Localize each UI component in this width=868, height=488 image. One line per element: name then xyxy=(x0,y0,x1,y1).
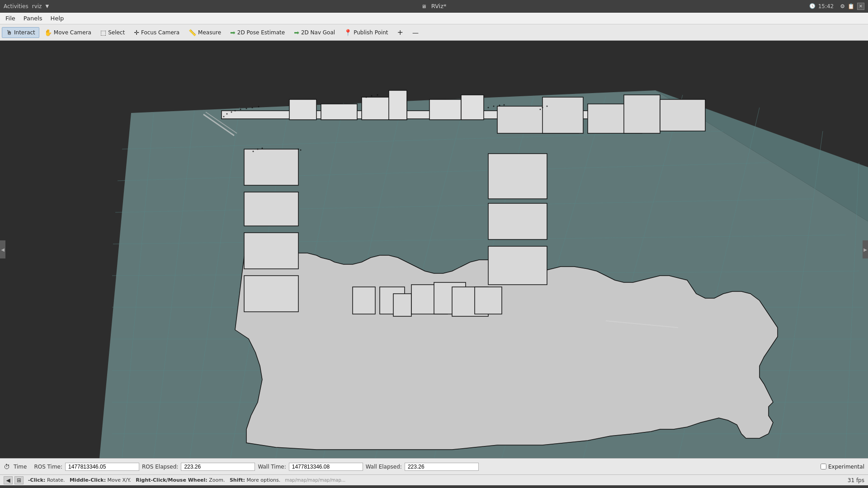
experimental-checkbox-input[interactable] xyxy=(821,464,826,469)
menu-panels[interactable]: Panels xyxy=(20,14,46,23)
measure-label: Measure xyxy=(198,29,221,36)
interact-icon: 🖱 xyxy=(6,29,12,36)
svg-rect-35 xyxy=(488,154,547,199)
svg-rect-33 xyxy=(429,99,461,120)
svg-rect-37 xyxy=(488,246,547,285)
svg-rect-47 xyxy=(353,287,375,314)
titlebar-left: Activities rviz ▼ xyxy=(4,3,49,9)
experimental-toggle[interactable]: Experimental xyxy=(821,464,864,470)
svg-rect-29 xyxy=(289,99,316,120)
svg-point-74 xyxy=(540,109,541,110)
svg-point-66 xyxy=(366,97,367,98)
interact-button[interactable]: 🖱 Interact xyxy=(2,27,39,38)
svg-point-59 xyxy=(246,108,247,109)
measure-icon: 📏 xyxy=(189,29,196,36)
wall-elapsed-label: Wall Elapsed: xyxy=(366,464,402,470)
select-icon: ⬚ xyxy=(100,29,106,36)
nav-back-button[interactable]: ◀ xyxy=(4,476,13,484)
hint-nav: ◀ ⊞ xyxy=(4,476,24,484)
time-display: 15:42 xyxy=(818,3,834,9)
select-button[interactable]: ⬚ Select xyxy=(96,27,129,38)
add-tool-button[interactable]: + xyxy=(393,26,407,38)
activities-label[interactable]: Activities xyxy=(4,3,28,9)
fps-display: 31 fps xyxy=(848,477,864,483)
ros-elapsed-value[interactable] xyxy=(181,463,255,471)
experimental-label: Experimental xyxy=(828,464,864,470)
measure-button[interactable]: 📏 Measure xyxy=(184,27,225,38)
svg-rect-45 xyxy=(244,233,298,269)
focus-camera-label: Focus Camera xyxy=(141,29,179,36)
svg-rect-36 xyxy=(488,203,547,239)
wall-elapsed-value[interactable] xyxy=(405,463,479,471)
right-panel-toggle[interactable]: ▶ xyxy=(863,240,868,258)
svg-point-56 xyxy=(231,112,232,113)
ros-time-label: ROS Time: xyxy=(34,464,62,470)
2d-nav-icon: ➡ xyxy=(294,29,299,36)
svg-rect-39 xyxy=(542,97,583,133)
select-label: Select xyxy=(108,29,125,36)
map-visualization xyxy=(0,41,868,458)
toolbar: 🖱 Interact ✋ Move Camera ⬚ Select ✛ Focu… xyxy=(0,24,868,41)
svg-point-67 xyxy=(371,95,373,97)
nav-grid-button[interactable]: ⊞ xyxy=(14,476,24,484)
url-display: map/map/map/map/map... xyxy=(285,478,345,483)
add-icon: + xyxy=(397,28,403,37)
svg-rect-34 xyxy=(461,95,484,120)
tray-icon-2: 📋 xyxy=(848,3,854,9)
wall-time-value[interactable] xyxy=(289,463,363,471)
clock-icon: 🕓 xyxy=(809,3,816,9)
svg-point-68 xyxy=(377,94,378,96)
svg-point-62 xyxy=(488,107,489,108)
2d-nav-button[interactable]: ➡ 2D Nav Goal xyxy=(290,27,339,38)
app-dropdown-icon[interactable]: ▼ xyxy=(45,4,49,9)
time-icon: ⏱ xyxy=(4,463,11,470)
svg-point-72 xyxy=(298,149,299,150)
svg-rect-49 xyxy=(393,294,411,316)
svg-point-61 xyxy=(258,106,259,108)
menu-file[interactable]: File xyxy=(2,14,19,23)
publish-point-button[interactable]: 📍 Publish Point xyxy=(340,27,392,38)
menubar: File Panels Help xyxy=(0,13,868,24)
move-camera-icon: ✋ xyxy=(44,29,52,36)
statusbar: ⏱ Time ROS Time: ROS Elapsed: Wall Time:… xyxy=(0,458,868,474)
focus-camera-button[interactable]: ✛ Focus Camera xyxy=(130,27,184,38)
2d-pose-button[interactable]: ➡ 2D Pose Estimate xyxy=(226,27,289,38)
ros-elapsed-label: ROS Elapsed: xyxy=(142,464,178,470)
svg-point-57 xyxy=(235,110,236,112)
svg-rect-43 xyxy=(244,149,298,185)
2d-pose-label: 2D Pose Estimate xyxy=(237,29,285,36)
interact-label: Interact xyxy=(14,29,35,36)
svg-rect-53 xyxy=(475,287,502,314)
close-button[interactable]: ✕ xyxy=(857,3,864,10)
svg-point-63 xyxy=(493,106,495,107)
viewport[interactable]: ◀ ▶ xyxy=(0,41,868,458)
svg-rect-41 xyxy=(624,95,660,133)
config-icon: — xyxy=(412,29,419,36)
svg-point-58 xyxy=(240,109,241,110)
svg-point-64 xyxy=(499,105,500,106)
window-title: 🖥 RViz* xyxy=(421,3,446,9)
svg-rect-46 xyxy=(244,276,298,312)
2d-pose-icon: ➡ xyxy=(230,29,236,36)
2d-nav-label: 2D Nav Goal xyxy=(301,29,335,36)
menu-help[interactable]: Help xyxy=(47,14,68,23)
titlebar: Activities rviz ▼ 🖥 RViz* 🕓 15:42 ⚙ 📋 ✕ xyxy=(0,0,868,13)
move-camera-label: Move Camera xyxy=(54,29,91,36)
app-name-label: rviz xyxy=(32,3,42,9)
hint-text: -Click: Rotate. Middle-Click: Move X/Y. … xyxy=(28,477,280,483)
config-button[interactable]: — xyxy=(408,27,423,38)
svg-point-54 xyxy=(223,116,225,117)
svg-point-70 xyxy=(257,149,259,150)
left-panel-toggle[interactable]: ◀ xyxy=(0,240,5,258)
svg-point-65 xyxy=(504,104,505,106)
svg-point-76 xyxy=(547,106,548,107)
svg-point-55 xyxy=(226,113,228,115)
svg-point-60 xyxy=(252,107,253,108)
svg-rect-32 xyxy=(389,90,407,120)
tray-icon-1: ⚙ xyxy=(840,3,845,9)
ros-time-value[interactable] xyxy=(65,463,139,471)
publish-point-label: Publish Point xyxy=(354,29,388,36)
svg-point-75 xyxy=(542,107,543,108)
move-camera-button[interactable]: ✋ Move Camera xyxy=(40,27,95,38)
svg-point-71 xyxy=(262,148,263,149)
